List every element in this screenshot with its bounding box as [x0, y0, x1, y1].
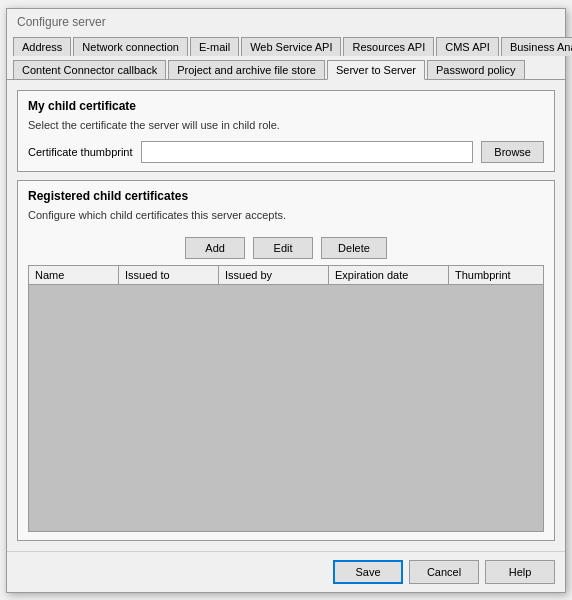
cancel-button[interactable]: Cancel — [409, 560, 479, 584]
registered-description: Configure which child certificates this … — [28, 209, 544, 221]
tab-row-2: Content Connector callback Project and a… — [13, 56, 559, 79]
tab-network-connection[interactable]: Network connection — [73, 37, 188, 56]
add-button[interactable]: Add — [185, 237, 245, 259]
tab-row-1: Address Network connection E-mail Web Se… — [13, 33, 559, 56]
delete-button[interactable]: Delete — [321, 237, 387, 259]
dialog-footer: Save Cancel Help — [7, 551, 565, 592]
tab-business-analytics-api[interactable]: Business Analytics API — [501, 37, 572, 56]
child-cert-description: Select the certificate the server will u… — [28, 119, 544, 131]
cert-thumbprint-input[interactable] — [141, 141, 474, 163]
tab-content-connector-callback[interactable]: Content Connector callback — [13, 60, 166, 79]
table-header: Name Issued to Issued by Expiration date… — [29, 266, 543, 285]
certs-table: Name Issued to Issued by Expiration date… — [28, 265, 544, 532]
col-issued-by: Issued by — [219, 266, 329, 284]
tab-web-service-api[interactable]: Web Service API — [241, 37, 341, 56]
col-thumbprint: Thumbprint — [449, 266, 543, 284]
col-issued-to: Issued to — [119, 266, 219, 284]
content-area: My child certificate Select the certific… — [7, 80, 565, 551]
save-button[interactable]: Save — [333, 560, 403, 584]
dialog-title-text: Configure server — [17, 15, 106, 29]
registered-section: Registered child certificates Configure … — [17, 180, 555, 541]
configure-server-dialog: Configure server Address Network connect… — [6, 8, 566, 593]
edit-button[interactable]: Edit — [253, 237, 313, 259]
col-expiration-date: Expiration date — [329, 266, 449, 284]
child-cert-title: My child certificate — [28, 99, 544, 113]
cert-thumbprint-label: Certificate thumbprint — [28, 146, 133, 158]
tab-address[interactable]: Address — [13, 37, 71, 56]
col-name: Name — [29, 266, 119, 284]
cert-thumbprint-row: Certificate thumbprint Browse — [28, 141, 544, 163]
registered-title: Registered child certificates — [28, 189, 544, 203]
tab-project-archive-file-store[interactable]: Project and archive file store — [168, 60, 325, 79]
table-body — [29, 285, 543, 526]
tab-resources-api[interactable]: Resources API — [343, 37, 434, 56]
tab-email[interactable]: E-mail — [190, 37, 239, 56]
dialog-title: Configure server — [7, 9, 565, 33]
tab-server-to-server[interactable]: Server to Server — [327, 60, 425, 80]
tab-password-policy[interactable]: Password policy — [427, 60, 524, 79]
tabs-container: Address Network connection E-mail Web Se… — [7, 33, 565, 80]
action-buttons: Add Edit Delete — [28, 237, 544, 259]
tab-cms-api[interactable]: CMS API — [436, 37, 499, 56]
help-button[interactable]: Help — [485, 560, 555, 584]
browse-button[interactable]: Browse — [481, 141, 544, 163]
child-cert-section: My child certificate Select the certific… — [17, 90, 555, 172]
